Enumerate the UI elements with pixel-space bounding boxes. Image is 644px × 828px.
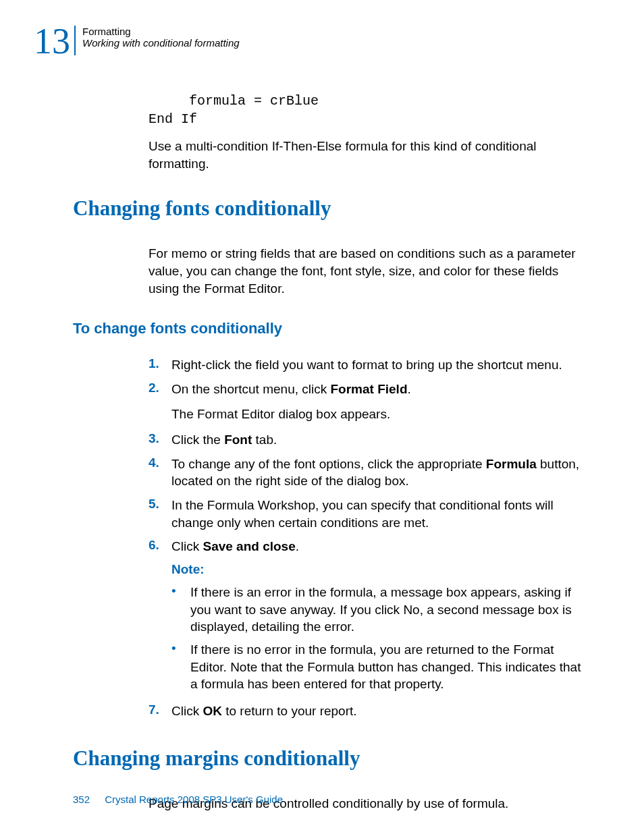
note-label: Note: xyxy=(171,562,590,577)
page-number: 352 xyxy=(73,794,90,805)
page-footer: 352 Crystal Reports 2008 SP3 User's Guid… xyxy=(73,794,283,805)
step-number: 6. xyxy=(149,538,171,555)
step-text-pre: Click xyxy=(171,704,203,718)
step-text-bold: Format Field xyxy=(331,382,408,396)
step-text-post: . xyxy=(408,382,411,396)
header-divider xyxy=(74,26,76,55)
note-text: If there is no error in the formula, you… xyxy=(190,641,590,693)
step-text: Click the Font tab. xyxy=(171,431,277,449)
step-6: 6. Click Save and close. xyxy=(149,538,590,555)
step-7: 7. Click OK to return to your report. xyxy=(149,702,590,720)
note-item-2: • If there is no error in the formula, y… xyxy=(171,641,590,693)
step-text: In the Formula Workshop, you can specify… xyxy=(171,497,590,531)
note-item-1: • If there is an error in the formula, a… xyxy=(171,584,590,636)
note-text: If there is an error in the formula, a m… xyxy=(190,584,590,636)
header-section-title: Formatting xyxy=(82,26,240,37)
paragraph-after-code: Use a multi-condition If-Then-Else formu… xyxy=(149,138,590,172)
step-number: 5. xyxy=(149,497,171,531)
step-text-pre: Click the xyxy=(171,433,224,447)
step-text: On the shortcut menu, click Format Field… xyxy=(171,381,411,398)
step-text: Click OK to return to your report. xyxy=(171,702,357,720)
page-header: 13 Formatting Working with conditional f… xyxy=(34,23,610,59)
note-list: • If there is an error in the formula, a… xyxy=(171,584,590,693)
header-subsection-title: Working with conditional formatting xyxy=(82,37,240,49)
step-5: 5. In the Formula Workshop, you can spec… xyxy=(149,497,590,531)
step-text-post: tab. xyxy=(252,433,277,447)
step-text-bold: OK xyxy=(203,704,222,718)
step-1: 1. Right-click the field you want to for… xyxy=(149,356,590,374)
steps-container: 1. Right-click the field you want to for… xyxy=(34,356,610,719)
section-heading-margins: Changing margins conditionally xyxy=(73,746,610,771)
step-number: 7. xyxy=(149,702,171,720)
step-text-bold: Font xyxy=(224,433,252,447)
step-text: To change any of the font options, click… xyxy=(171,456,590,490)
step-2: 2. On the shortcut menu, click Format Fi… xyxy=(149,381,590,398)
step-text: Click Save and close. xyxy=(171,538,299,555)
step-text-bold: Formula xyxy=(486,457,537,471)
step-number: 1. xyxy=(149,356,171,374)
step-3: 3. Click the Font tab. xyxy=(149,431,590,449)
step-text-post: to return to your report. xyxy=(222,704,357,718)
step-4: 4. To change any of the font options, cl… xyxy=(149,456,590,490)
section-heading-fonts: Changing fonts conditionally xyxy=(73,196,610,221)
section-fonts-body: For memo or string fields that are based… xyxy=(34,245,610,297)
step-text-pre: Click xyxy=(171,539,203,553)
step-text-pre: On the shortcut menu, click xyxy=(171,382,331,396)
bullet-icon: • xyxy=(171,641,190,693)
section-fonts-intro: For memo or string fields that are based… xyxy=(149,245,590,297)
step-number: 3. xyxy=(149,431,171,449)
footer-doc-title: Crystal Reports 2008 SP3 User's Guide xyxy=(105,794,283,805)
code-snippet: formula = crBlue End If xyxy=(149,92,590,128)
step-text: Right-click the field you want to format… xyxy=(171,356,562,374)
step-number: 4. xyxy=(149,456,171,490)
chapter-number: 13 xyxy=(34,23,70,59)
header-text-block: Formatting Working with conditional form… xyxy=(82,23,240,49)
code-and-para: formula = crBlue End If Use a multi-cond… xyxy=(34,92,610,172)
step-text-post: . xyxy=(296,539,299,553)
step-text-bold: Save and close xyxy=(203,539,295,553)
step-list: 1. Right-click the field you want to for… xyxy=(149,356,590,719)
step-number: 2. xyxy=(149,381,171,398)
bullet-icon: • xyxy=(171,584,190,636)
step-2-subtext: The Format Editor dialog box appears. xyxy=(171,406,590,423)
step-text-pre: To change any of the font options, click… xyxy=(171,457,486,471)
subsection-heading-change-fonts: To change fonts conditionally xyxy=(73,320,610,337)
